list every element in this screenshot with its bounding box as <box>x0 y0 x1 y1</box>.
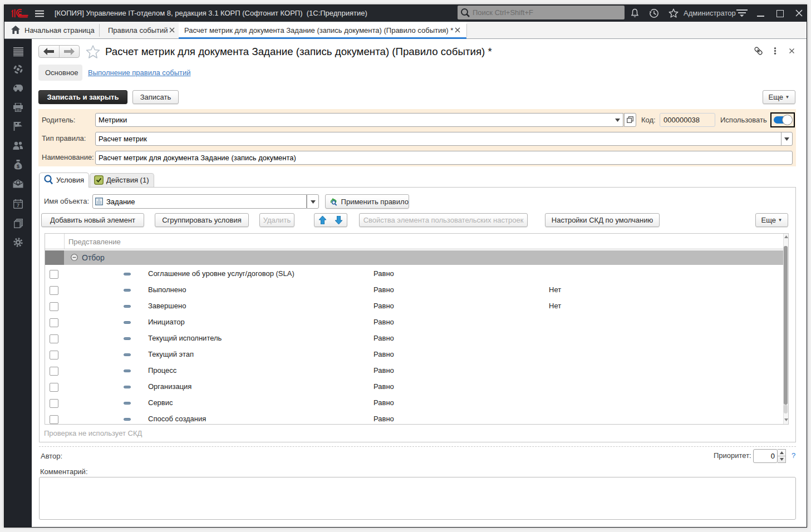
svg-text:$: $ <box>17 164 19 169</box>
svg-text:7: 7 <box>17 203 19 208</box>
